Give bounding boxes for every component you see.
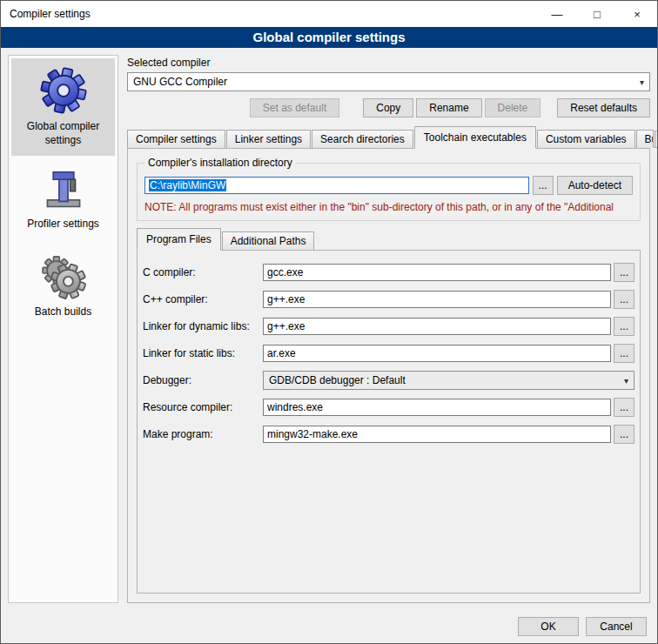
- browse-button[interactable]: ...: [614, 344, 634, 363]
- page-title: Global compiler settings: [1, 27, 657, 48]
- field-label: Linker for dynamic libs:: [143, 320, 263, 332]
- field-value: g++.exe: [267, 320, 305, 332]
- close-button[interactable]: ×: [617, 1, 657, 27]
- program-files-section: Program Files Additional Paths C compile…: [137, 228, 641, 594]
- window-title: Compiler settings: [1, 8, 91, 20]
- installation-directory-input[interactable]: C:\raylib\MinGW: [144, 177, 529, 194]
- browse-directory-button[interactable]: ...: [533, 176, 554, 195]
- dialog-footer: OK Cancel: [1, 610, 657, 643]
- field-label: Make program:: [143, 428, 263, 440]
- field-value: mingw32-make.exe: [267, 428, 358, 440]
- subtabs-strip: Program Files Additional Paths: [137, 228, 641, 250]
- cancel-button[interactable]: Cancel: [586, 617, 647, 636]
- copy-button[interactable]: Copy: [363, 98, 413, 117]
- reset-defaults-button[interactable]: Reset defaults: [557, 98, 650, 117]
- selected-compiler-label: Selected compiler: [127, 57, 650, 69]
- browse-button[interactable]: ...: [614, 398, 634, 417]
- field-value: GDB/CDB debugger : Default: [269, 374, 406, 386]
- field-row-make-program: Make program: mingw32-make.exe ...: [143, 425, 634, 444]
- toolchain-executables-panel: Compiler's installation directory C:\ray…: [127, 148, 650, 603]
- tab-toolchain-executables[interactable]: Toolchain executables: [414, 126, 536, 149]
- selected-path-text: C:\raylib\MinGW: [149, 179, 226, 191]
- minimize-button[interactable]: —: [537, 1, 577, 27]
- browse-button[interactable]: ...: [614, 425, 634, 444]
- selected-compiler-value: GNU GCC Compiler: [133, 76, 227, 88]
- program-files-panel: C compiler: gcc.exe ... C++ compiler: g+…: [137, 250, 641, 594]
- set-as-default-button[interactable]: Set as default: [250, 98, 339, 117]
- blue-gear-icon: [13, 65, 113, 116]
- group-title: Compiler's installation directory: [144, 157, 296, 169]
- resource-compiler-input[interactable]: windres.exe: [263, 399, 611, 416]
- tab-search-directories[interactable]: Search directories: [312, 130, 413, 148]
- field-row-dynamic-linker: Linker for dynamic libs: g++.exe ...: [143, 317, 634, 336]
- cpp-compiler-input[interactable]: g++.exe: [263, 291, 611, 308]
- tab-linker-settings[interactable]: Linker settings: [226, 130, 311, 148]
- compiler-settings-window: Compiler settings — □ × Global compiler …: [0, 0, 658, 644]
- subtab-program-files[interactable]: Program Files: [137, 228, 221, 251]
- compiler-buttons-row: Set as default Copy Rename Delete Reset …: [127, 98, 650, 117]
- selected-compiler-dropdown[interactable]: GNU GCC Compiler ▾: [127, 72, 650, 91]
- static-libs-linker-input[interactable]: ar.exe: [263, 345, 611, 362]
- make-program-input[interactable]: mingw32-make.exe: [263, 426, 611, 443]
- field-row-debugger: Debugger: GDB/CDB debugger : Default ▾: [143, 371, 634, 390]
- installation-directory-group: Compiler's installation directory C:\ray…: [137, 163, 641, 221]
- auto-detect-button[interactable]: Auto-detect: [557, 176, 633, 195]
- window-controls: — □ ×: [537, 1, 657, 27]
- c-compiler-input[interactable]: gcc.exe: [263, 264, 611, 281]
- field-value: windres.exe: [267, 401, 323, 413]
- browse-button[interactable]: ...: [614, 317, 634, 336]
- maximize-button[interactable]: □: [577, 1, 617, 27]
- field-value: ar.exe: [267, 347, 296, 359]
- main-panel: Selected compiler GNU GCC Compiler ▾ Set…: [127, 55, 650, 603]
- field-row-cpp-compiler: C++ compiler: g++.exe ...: [143, 290, 634, 309]
- field-label: Linker for static libs:: [143, 347, 263, 359]
- dynamic-libs-linker-input[interactable]: g++.exe: [263, 318, 611, 335]
- installation-directory-row: C:\raylib\MinGW ... Auto-detect: [144, 176, 633, 195]
- chevron-down-icon: ▾: [624, 376, 628, 386]
- sidebar-item-batch-builds[interactable]: Batch builds: [11, 244, 115, 328]
- browse-button[interactable]: ...: [614, 263, 634, 282]
- field-value: g++.exe: [267, 293, 305, 305]
- tab-scroll-arrows: ◄ ►: [655, 131, 658, 148]
- sidebar-item-label: Global compiler settings: [13, 120, 113, 147]
- tab-scroll-left-icon[interactable]: ◄: [655, 131, 658, 148]
- tab-custom-variables[interactable]: Custom variables: [537, 130, 635, 148]
- field-row-c-compiler: C compiler: gcc.exe ...: [143, 263, 634, 282]
- rename-button[interactable]: Rename: [416, 98, 481, 117]
- field-value: gcc.exe: [267, 266, 303, 278]
- dialog-content: Global compiler settings Profiler settin…: [1, 48, 657, 610]
- delete-button[interactable]: Delete: [485, 98, 541, 117]
- field-row-static-linker: Linker for static libs: ar.exe ...: [143, 344, 634, 363]
- sidebar-item-profiler-settings[interactable]: Profiler settings: [11, 159, 115, 240]
- field-label: C++ compiler:: [143, 293, 263, 305]
- titlebar: Compiler settings — □ ×: [1, 1, 657, 27]
- profiler-tool-icon: [13, 166, 113, 213]
- field-row-resource-compiler: Resource compiler: windres.exe ...: [143, 398, 634, 417]
- browse-button[interactable]: ...: [614, 290, 634, 309]
- field-label: Resource compiler:: [143, 401, 263, 413]
- gray-gears-icon: [13, 251, 113, 301]
- installation-note: NOTE: All programs must exist either in …: [144, 201, 633, 213]
- debugger-select[interactable]: GDB/CDB debugger : Default ▾: [263, 371, 634, 390]
- ok-button[interactable]: OK: [518, 617, 579, 636]
- chevron-down-icon: ▾: [640, 77, 644, 87]
- sidebar: Global compiler settings Profiler settin…: [8, 55, 118, 603]
- field-label: Debugger:: [143, 374, 263, 386]
- sidebar-item-label: Batch builds: [13, 305, 113, 319]
- settings-tabstrip: Compiler settings Linker settings Search…: [127, 126, 650, 148]
- tab-build-options[interactable]: Buil: [636, 130, 654, 148]
- field-label: C compiler:: [143, 266, 263, 278]
- sidebar-item-global-compiler-settings[interactable]: Global compiler settings: [11, 58, 115, 156]
- tab-compiler-settings[interactable]: Compiler settings: [127, 130, 225, 148]
- subtab-additional-paths[interactable]: Additional Paths: [222, 231, 315, 250]
- sidebar-item-label: Profiler settings: [13, 218, 113, 231]
